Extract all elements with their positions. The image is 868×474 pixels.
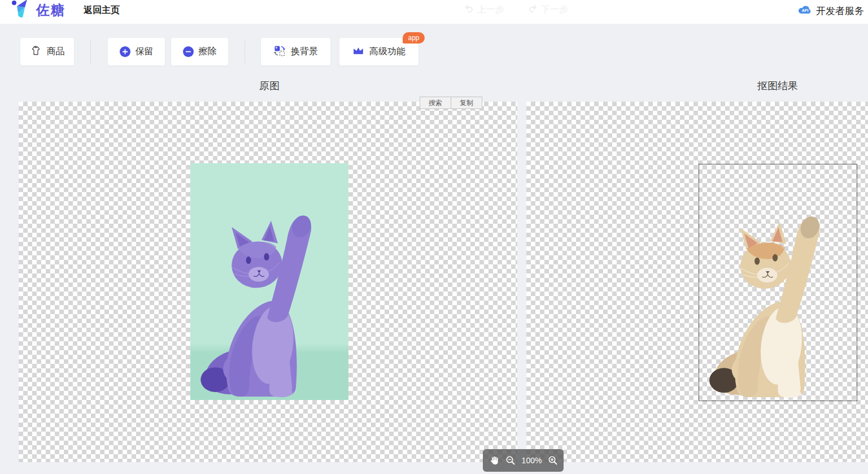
top-bar: 佐糖 返回主页 上一步 下一步 API 开发者服务 — [0, 0, 868, 24]
undo-button[interactable]: 上一步 — [464, 4, 504, 16]
keep-label: 保留 — [136, 46, 154, 58]
masked-cat-image — [190, 163, 348, 400]
search-button[interactable]: 搜索 — [420, 97, 451, 109]
erase-label: 擦除 — [199, 46, 217, 58]
erase-button[interactable]: 擦除 — [171, 38, 228, 66]
redo-icon — [528, 4, 538, 16]
zoom-controls: 100% — [483, 449, 564, 472]
developer-service-label: 开发者服务 — [816, 5, 864, 18]
image-tools: 搜索 复制 — [420, 97, 482, 109]
cutout-result-frame[interactable] — [699, 164, 857, 401]
minus-circle-icon — [183, 46, 194, 57]
result-title: 抠图结果 — [757, 79, 798, 93]
pan-hand-icon[interactable] — [488, 455, 499, 466]
api-cloud-icon: API — [797, 4, 813, 18]
developer-service-link[interactable]: API 开发者服务 — [797, 4, 864, 18]
redo-button[interactable]: 下一步 — [528, 4, 568, 16]
back-home-link[interactable]: 返回主页 — [84, 5, 120, 16]
toolbar-divider — [90, 41, 91, 63]
swap-background-icon — [273, 45, 286, 59]
logo-icon — [10, 0, 30, 22]
zoom-out-icon[interactable] — [505, 455, 516, 466]
original-image-title: 原图 — [259, 79, 280, 93]
redo-label: 下一步 — [541, 4, 568, 16]
zoom-in-icon[interactable] — [548, 455, 558, 466]
product-button[interactable]: 商品 — [20, 38, 74, 66]
original-image[interactable] — [190, 163, 348, 400]
logo[interactable]: 佐糖 — [10, 0, 66, 22]
copy-button[interactable]: 复制 — [451, 97, 482, 109]
app-badge: app — [403, 32, 425, 44]
plus-circle-icon — [120, 46, 130, 57]
cutout-cat-image — [699, 164, 857, 401]
change-background-label: 换背景 — [291, 46, 318, 58]
svg-text:API: API — [802, 8, 809, 12]
undo-label: 上一步 — [477, 4, 504, 16]
keep-button[interactable]: 保留 — [108, 38, 165, 66]
crown-icon — [352, 46, 364, 58]
toolbar: 商品 保留 擦除 换背景 — [0, 24, 868, 77]
product-label: 商品 — [47, 46, 65, 58]
change-background-button[interactable]: 换背景 — [261, 38, 330, 66]
undo-icon — [464, 4, 474, 16]
logo-text: 佐糖 — [36, 1, 66, 19]
toolbar-divider — [245, 41, 245, 63]
advanced-features-label: 高级功能 — [369, 46, 405, 58]
tshirt-icon — [30, 45, 42, 59]
zoom-level: 100% — [522, 456, 542, 465]
